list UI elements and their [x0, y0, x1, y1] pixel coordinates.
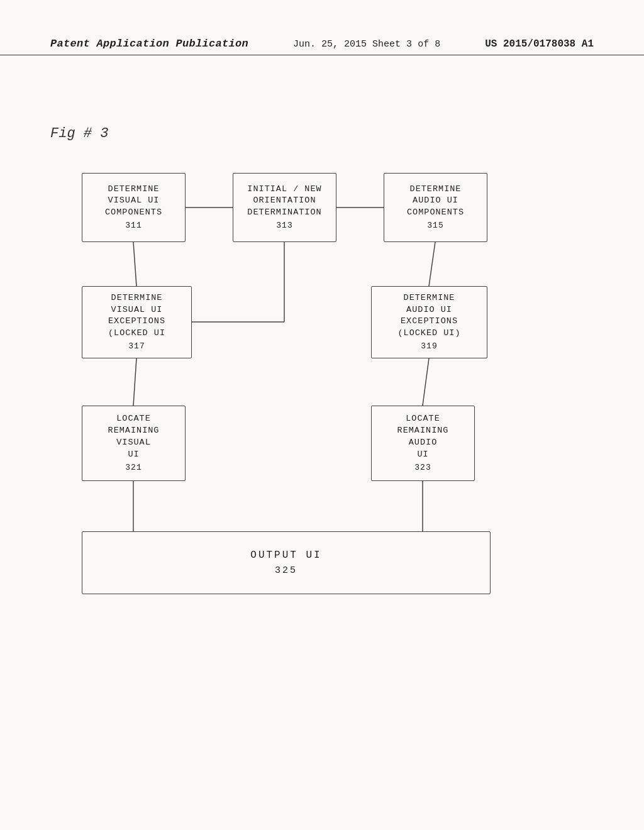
page-header: Patent Application Publication Jun. 25, … [0, 38, 644, 55]
box-323: LocateRemainingAudioUI 323 [371, 406, 475, 481]
box-311: DetermineVisual UIComponents 311 [82, 173, 186, 242]
box-313-ref: 313 [276, 220, 292, 231]
header-center: Jun. 25, 2015 Sheet 3 of 8 [293, 39, 440, 50]
box-315-ref: 315 [427, 220, 443, 231]
figure-label: Fig # 3 [50, 126, 108, 141]
box-325: Output UI 325 [82, 531, 491, 594]
svg-line-5 [133, 358, 136, 406]
box-319: DetermineAudio UIExceptions(Locked UI) 3… [371, 286, 487, 358]
box-317: DetermineVisual UIExceptions(Locked UI 3… [82, 286, 192, 358]
box-325-label: Output UI [250, 548, 321, 562]
box-315: DetermineAudio UIComponents 315 [384, 173, 487, 242]
box-321-ref: 321 [125, 462, 142, 473]
svg-line-4 [429, 242, 435, 286]
box-315-label: DetermineAudio UIComponents [407, 184, 464, 219]
box-311-ref: 311 [125, 220, 142, 231]
box-321-label: LocateRemainingVisualUI [108, 413, 160, 461]
box-319-label: DetermineAudio UIExceptions(Locked UI) [397, 292, 460, 340]
patent-page: Patent Application Publication Jun. 25, … [0, 0, 644, 830]
box-319-ref: 319 [421, 341, 437, 352]
box-323-label: LocateRemainingAudioUI [397, 413, 449, 461]
header-right: US 2015/0178038 A1 [485, 38, 594, 50]
header-left: Patent Application Publication [50, 38, 248, 50]
box-323-ref: 323 [414, 462, 431, 473]
box-317-label: DetermineVisual UIExceptions(Locked UI [108, 292, 165, 340]
svg-line-6 [423, 358, 429, 406]
box-313-label: Initial / NewOrientationDetermination [247, 184, 321, 219]
box-311-label: DetermineVisual UIComponents [105, 184, 162, 219]
diagram: DetermineVisual UIComponents 311 Initial… [44, 154, 600, 720]
box-313: Initial / NewOrientationDetermination 31… [233, 173, 336, 242]
box-317-ref: 317 [128, 341, 145, 352]
box-325-ref: 325 [275, 564, 297, 577]
box-321: LocateRemainingVisualUI 321 [82, 406, 186, 481]
svg-line-0 [133, 242, 136, 286]
